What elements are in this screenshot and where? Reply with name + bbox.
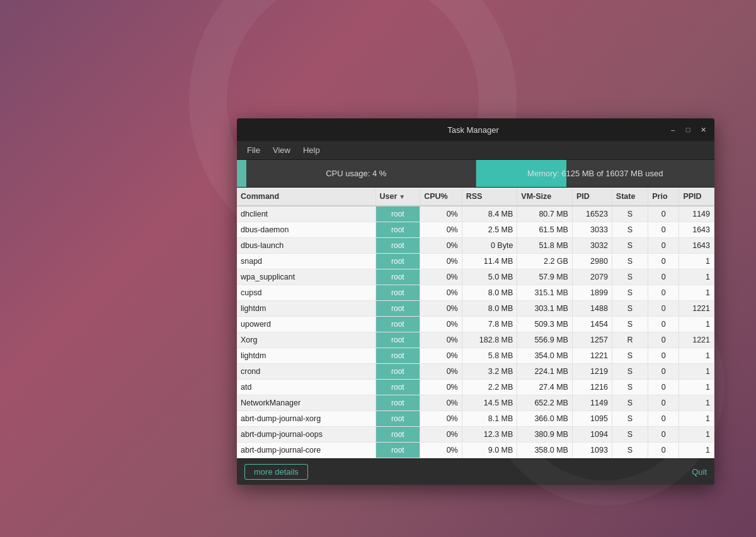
cell-vmsize: 80.7 MB [517, 206, 573, 222]
more-details-button[interactable]: more details [244, 464, 308, 480]
table-row[interactable]: wpa_supplicant root 0% 5.0 MB 57.9 MB 20… [237, 269, 714, 285]
cell-rss: 8.0 MB [462, 301, 517, 317]
table-row[interactable]: dhclient root 0% 8.4 MB 80.7 MB 16523 S … [237, 206, 714, 222]
cell-vmsize: 509.3 MB [517, 317, 573, 332]
cell-command: dbus-daemon [237, 222, 375, 238]
cell-pid: 1068 [572, 458, 612, 459]
table-row[interactable]: Xorg root 0% 182.8 MB 556.9 MB 1257 R 0 … [237, 332, 714, 348]
cell-user: root [375, 427, 420, 443]
cell-state: S [612, 285, 648, 301]
col-state[interactable]: State [612, 188, 648, 206]
table-row[interactable]: dbus-launch root 0% 0 Byte 51.8 MB 3032 … [237, 238, 714, 254]
task-manager-window: Task Manager – □ ✕ File View Help CPU us… [237, 118, 714, 485]
table-row[interactable]: abrt-dump-journal-core root 0% 9.0 MB 35… [237, 443, 714, 458]
table-row[interactable]: NetworkManager root 0% 14.5 MB 652.2 MB … [237, 395, 714, 411]
cell-rss: 182.8 MB [462, 332, 517, 348]
window-controls: – □ ✕ [667, 123, 709, 136]
table-row[interactable]: cupsd root 0% 8.0 MB 315.1 MB 1899 S 0 1 [237, 285, 714, 301]
process-table-container[interactable]: Command User ▼ CPU% RSS VM-Size PID Sta [237, 188, 714, 458]
user-dropdown-arrow: ▼ [399, 193, 405, 200]
cell-state: S [612, 317, 648, 332]
cell-state: R [612, 332, 648, 348]
memory-label: Memory: 6125 MB of 16037 MB used [527, 169, 663, 178]
cell-rss: 2.5 MB [462, 222, 517, 238]
cell-state: S [612, 364, 648, 380]
quit-button[interactable]: Quit [692, 467, 707, 477]
cell-ppid: 1 [679, 317, 714, 332]
cell-command: lightdm [237, 301, 375, 317]
table-row[interactable]: crond root 0% 3.2 MB 224.1 MB 1219 S 0 1 [237, 364, 714, 380]
cell-cpu: 0% [420, 254, 462, 269]
cell-vmsize: 366.0 MB [517, 411, 573, 427]
close-button[interactable]: ✕ [697, 123, 709, 136]
cell-prio: 0 [648, 269, 679, 285]
cell-ppid: 1221 [679, 301, 714, 317]
cell-cpu: 0% [420, 427, 462, 443]
cell-rss: 7.8 MB [462, 317, 517, 332]
table-row[interactable]: gssproxy root 0% 3.5 MB 299.2 MB 1068 S … [237, 458, 714, 459]
menu-help[interactable]: Help [298, 143, 325, 157]
col-cpu[interactable]: CPU% [420, 188, 462, 206]
cell-state: S [612, 395, 648, 411]
cell-state: S [612, 380, 648, 395]
cell-prio: 0 [648, 458, 679, 459]
cell-prio: 0 [648, 380, 679, 395]
cell-vmsize: 27.4 MB [517, 380, 573, 395]
col-ppid[interactable]: PPID [679, 188, 714, 206]
cell-prio: 0 [648, 443, 679, 458]
cell-command: abrt-dump-journal-core [237, 443, 375, 458]
cpu-bar-section: CPU usage: 4 % [237, 160, 476, 187]
cell-user: root [375, 317, 420, 332]
cell-user: root [375, 222, 420, 238]
table-row[interactable]: snapd root 0% 11.4 MB 2.2 GB 2980 S 0 1 [237, 254, 714, 269]
cell-command: lightdm [237, 348, 375, 364]
table-row[interactable]: abrt-dump-journal-oops root 0% 12.3 MB 3… [237, 427, 714, 443]
minimize-button[interactable]: – [667, 123, 679, 136]
table-row[interactable]: lightdm root 0% 8.0 MB 303.1 MB 1488 S 0… [237, 301, 714, 317]
cell-pid: 2980 [572, 254, 612, 269]
cell-prio: 0 [648, 332, 679, 348]
cell-prio: 0 [648, 411, 679, 427]
col-vmsize[interactable]: VM-Size [517, 188, 573, 206]
cell-state: S [612, 443, 648, 458]
col-user[interactable]: User ▼ [375, 188, 420, 206]
cell-user: root [375, 301, 420, 317]
cell-rss: 12.3 MB [462, 427, 517, 443]
cell-pid: 1257 [572, 332, 612, 348]
table-row[interactable]: lightdm root 0% 5.8 MB 354.0 MB 1221 S 0… [237, 348, 714, 364]
cell-pid: 16523 [572, 206, 612, 222]
col-pid[interactable]: PID [572, 188, 612, 206]
col-rss[interactable]: RSS [462, 188, 517, 206]
cell-rss: 14.5 MB [462, 395, 517, 411]
table-row[interactable]: atd root 0% 2.2 MB 27.4 MB 1216 S 0 1 [237, 380, 714, 395]
cell-cpu: 0% [420, 364, 462, 380]
cell-ppid: 1 [679, 254, 714, 269]
cell-rss: 2.2 MB [462, 380, 517, 395]
cell-ppid: 1643 [679, 222, 714, 238]
cell-cpu: 0% [420, 285, 462, 301]
cell-state: S [612, 348, 648, 364]
table-row[interactable]: dbus-daemon root 0% 2.5 MB 61.5 MB 3033 … [237, 222, 714, 238]
cell-rss: 8.4 MB [462, 206, 517, 222]
cell-pid: 1094 [572, 427, 612, 443]
table-row[interactable]: abrt-dump-journal-xorg root 0% 8.1 MB 36… [237, 411, 714, 427]
cell-command: snapd [237, 254, 375, 269]
col-prio[interactable]: Prio [648, 188, 679, 206]
cell-user: root [375, 269, 420, 285]
cell-state: S [612, 427, 648, 443]
cell-rss: 9.0 MB [462, 443, 517, 458]
table-row[interactable]: upowerd root 0% 7.8 MB 509.3 MB 1454 S 0… [237, 317, 714, 332]
cell-state: S [612, 458, 648, 459]
memory-bar-section: Memory: 6125 MB of 16037 MB used [476, 160, 715, 187]
cell-vmsize: 556.9 MB [517, 332, 573, 348]
cell-cpu: 0% [420, 395, 462, 411]
maximize-button[interactable]: □ [682, 123, 694, 136]
cell-vmsize: 652.2 MB [517, 395, 573, 411]
table-header-row: Command User ▼ CPU% RSS VM-Size PID Sta [237, 188, 714, 206]
menu-view[interactable]: View [268, 143, 295, 157]
cell-prio: 0 [648, 395, 679, 411]
cell-pid: 1093 [572, 443, 612, 458]
col-command[interactable]: Command [237, 188, 375, 206]
cpu-bar-fill [237, 160, 246, 187]
menu-file[interactable]: File [242, 143, 265, 157]
